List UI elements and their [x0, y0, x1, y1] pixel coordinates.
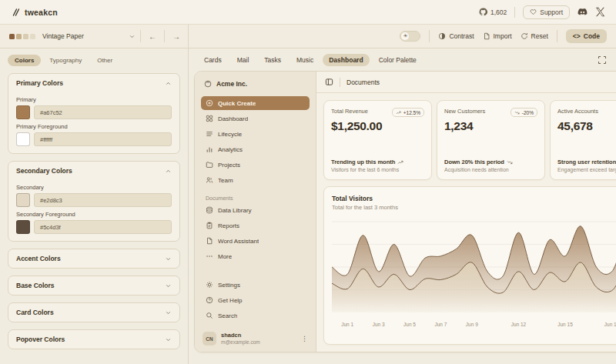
nav-item[interactable]: Analytics: [201, 142, 310, 156]
color-value-input[interactable]: #e2d8c3: [34, 193, 172, 207]
chevron-down-icon[interactable]: [129, 33, 136, 40]
nav-main: Quick Create Dashboard Lifecycle: [201, 96, 310, 189]
stat-footer-sub: Acquisition needs attention: [444, 167, 537, 172]
theme-mode-toggle[interactable]: ☀: [400, 31, 420, 42]
fullscreen-icon[interactable]: [598, 55, 607, 65]
theme-swatch: [9, 34, 15, 39]
github-stars[interactable]: 1,602: [479, 8, 507, 16]
brand[interactable]: tweakcn: [11, 8, 58, 17]
stat-footer-main: Strong user retention: [557, 159, 616, 165]
company-name: Acme Inc.: [216, 80, 247, 88]
nav-item-label: More: [218, 253, 232, 260]
preview-tab[interactable]: Tasks: [258, 54, 287, 66]
trend-badge-value: -20%: [522, 110, 534, 115]
topbar-actions: 1,602 Support: [479, 5, 605, 19]
color-swatch[interactable]: [16, 105, 30, 119]
trend-icon: [396, 110, 401, 115]
documents-group-label: Documents: [201, 195, 310, 201]
preview-tab-label: Music: [296, 56, 313, 64]
dashboard-main: Documents Total Revenue +12.: [316, 72, 616, 352]
nav-item[interactable]: Projects: [201, 158, 310, 172]
color-value-input[interactable]: #a67c52: [34, 105, 172, 119]
editor-tab[interactable]: Other: [90, 55, 119, 66]
editor-tab[interactable]: Typography: [42, 55, 89, 66]
color-section-header[interactable]: Popover Colors: [8, 330, 179, 349]
sidebar-toggle-icon[interactable]: [325, 78, 333, 86]
theme-name[interactable]: Vintage Paper: [42, 32, 124, 40]
ellipsis-vertical-icon[interactable]: ⋮: [301, 335, 308, 342]
nav-item[interactable]: Team: [201, 173, 310, 187]
color-section-header[interactable]: Primary Colors: [8, 74, 179, 92]
nav-item-icon: [206, 115, 213, 122]
contrast-button[interactable]: Contrast: [438, 32, 474, 40]
user-menu[interactable]: CN shadcn m@example.com ⋮: [201, 330, 310, 346]
nav-item-label: Data Library: [218, 207, 252, 214]
nav-item[interactable]: More: [201, 249, 310, 263]
color-swatch[interactable]: [16, 132, 30, 146]
preview-tab[interactable]: Mail: [231, 54, 256, 66]
trend-badge: -20%: [511, 108, 537, 117]
nav-item[interactable]: Quick Create: [201, 96, 310, 110]
support-button[interactable]: Support: [523, 5, 570, 19]
nav-item[interactable]: Word Assistant: [201, 234, 310, 248]
color-field-row: #ffffff: [16, 132, 172, 146]
x-twitter-icon[interactable]: [595, 7, 605, 17]
discord-icon[interactable]: [578, 7, 588, 17]
nav-item[interactable]: Lifecycle: [201, 127, 310, 141]
dashboard-preview: Acme Inc. Quick Create Dashboard: [194, 71, 616, 352]
preview-pane: Cards Mail Tasks Music Dashboard Color P…: [189, 48, 616, 364]
preview-tab[interactable]: Cards: [198, 54, 228, 66]
color-field-label: Primary: [16, 96, 172, 103]
color-value-input[interactable]: #ffffff: [34, 132, 172, 146]
code-button[interactable]: <> Code: [566, 29, 607, 43]
color-section-header[interactable]: Secondary Colors: [8, 162, 179, 180]
import-file-icon: [483, 32, 490, 40]
theme-swatch: [30, 34, 35, 39]
import-button[interactable]: Import: [483, 32, 512, 40]
color-field-row: #e2d8c3: [16, 193, 172, 207]
trend-icon: [514, 110, 520, 115]
color-section-header[interactable]: Card Colors: [8, 303, 179, 322]
nav-item[interactable]: Search: [201, 309, 310, 322]
color-section-title: Accent Colors: [16, 255, 61, 262]
preview-tab-label: Cards: [204, 56, 222, 64]
color-section-header[interactable]: Base Colors: [8, 276, 179, 295]
nav-item-icon: [206, 99, 213, 107]
chevron-down-icon: [165, 336, 172, 343]
editor-tab[interactable]: Colors: [8, 55, 41, 66]
color-section: Accent Colors: [8, 249, 180, 269]
nav-item[interactable]: Dashboard: [201, 112, 310, 125]
color-value-input[interactable]: #5c4d3f: [34, 220, 172, 234]
color-field-row: #a67c52: [16, 105, 172, 119]
nav-item[interactable]: Reports: [201, 219, 310, 232]
color-swatch[interactable]: [16, 193, 30, 207]
dashboard-content: Total Revenue +12.5% $1,250.00: [316, 93, 616, 352]
color-section-title: Primary Colors: [16, 79, 63, 87]
chevron-down-icon: [165, 255, 172, 262]
editor-tab-label: Colors: [15, 57, 34, 64]
theme-selector-bar: Vintage Paper ← →: [0, 25, 189, 48]
sun-icon: ☀: [401, 32, 409, 40]
preview-tab[interactable]: Music: [290, 54, 320, 66]
reset-button[interactable]: Reset: [521, 32, 548, 40]
company-menu[interactable]: Acme Inc.: [201, 78, 310, 89]
next-theme-button[interactable]: →: [169, 29, 183, 43]
preview-tab[interactable]: Color Palette: [373, 54, 423, 66]
code-icon: <>: [573, 32, 581, 40]
preview-tab-label: Dashboard: [329, 56, 363, 64]
preview-tab[interactable]: Dashboard: [323, 54, 369, 66]
contrast-label: Contrast: [449, 32, 474, 40]
color-section: Primary ColorsPrimary#a67c52Primary Fore…: [8, 73, 180, 154]
nav-item[interactable]: Get Help: [201, 293, 310, 307]
nav-item-label: Analytics: [218, 146, 243, 153]
prev-theme-button[interactable]: ←: [146, 29, 159, 43]
x-axis-tick-label: Jun 12: [511, 322, 527, 327]
stat-card-value: $1,250.00: [331, 119, 424, 133]
color-swatch[interactable]: [16, 220, 30, 234]
nav-item[interactable]: Data Library: [201, 203, 310, 217]
nav-item-icon: [206, 312, 213, 319]
nav-item[interactable]: Settings: [201, 278, 310, 292]
nav-item-label: Quick Create: [218, 100, 256, 107]
color-section-header[interactable]: Accent Colors: [8, 249, 179, 268]
color-field-label: Primary Foreground: [16, 123, 172, 130]
